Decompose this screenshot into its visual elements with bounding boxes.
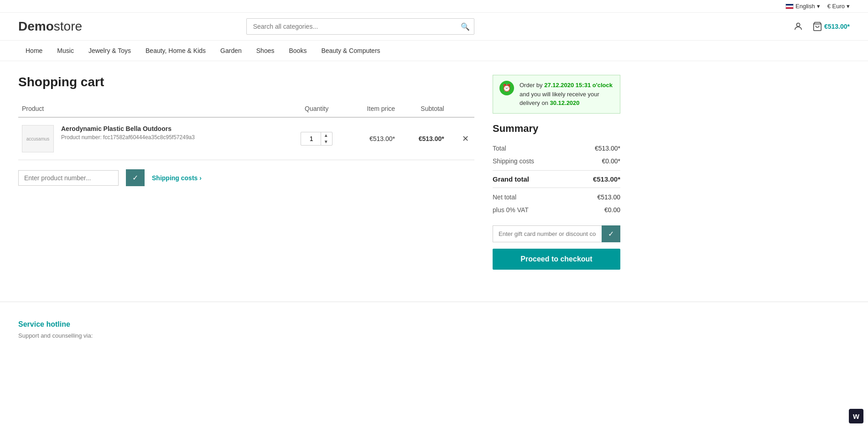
quantity-input-wrapper: ▲ ▼ — [301, 132, 333, 146]
nav-beauty-computers[interactable]: Beauty & Computers — [314, 41, 387, 61]
shipping-costs-link[interactable]: Shipping costs › — [152, 174, 202, 182]
svg-point-0 — [796, 23, 800, 26]
lang-chevron-icon: ▾ — [817, 3, 820, 10]
account-icon[interactable] — [793, 21, 803, 31]
language-label: English — [795, 3, 815, 10]
currency-label: € Euro — [827, 3, 845, 10]
summary-row-net: Net total €513.00 — [493, 191, 620, 204]
delivery-notice-pre: Order by — [520, 82, 544, 89]
col-item-price: Item price — [346, 100, 399, 117]
search-input[interactable] — [246, 18, 474, 35]
gift-card-input[interactable] — [493, 225, 602, 242]
cart-icon[interactable]: €513.00* — [812, 21, 850, 31]
shipping-costs-arrow-icon: › — [199, 174, 202, 182]
net-total-label: Net total — [493, 193, 516, 201]
nav-music[interactable]: Music — [50, 41, 81, 61]
gift-card-row: ✓ — [493, 225, 620, 242]
cart-actions: ✓ Shipping costs › — [18, 169, 474, 186]
vat-label: plus 0% VAT — [493, 206, 529, 214]
summary-row-total: Total €513.00* — [493, 142, 620, 155]
currency-chevron-icon: ▾ — [847, 3, 850, 10]
col-product: Product — [18, 100, 287, 117]
quantity-cell: ▲ ▼ — [287, 117, 346, 160]
search-button[interactable]: 🔍 — [456, 18, 474, 35]
product-number-display: Product number: fcc17582af60444ea35c8c95… — [61, 134, 195, 141]
nav-books[interactable]: Books — [281, 41, 314, 61]
subtotal-cell: €513.00* — [399, 117, 448, 160]
summary-box: Summary Total €513.00* Shipping costs €0… — [493, 123, 620, 270]
nav-beauty-home[interactable]: Beauty, Home & Kids — [138, 41, 213, 61]
cart-title: Shopping cart — [18, 75, 474, 89]
add-product-button[interactable]: ✓ — [126, 169, 145, 186]
shipping-costs-label: Shipping costs — [152, 174, 198, 182]
nav-garden[interactable]: Garden — [213, 41, 249, 61]
service-hotline-sub: Support and counselling via: — [18, 332, 850, 339]
header-actions: €513.00* — [793, 21, 850, 31]
product-number-input[interactable] — [18, 170, 119, 186]
col-subtotal: Subtotal — [399, 100, 448, 117]
product-number-value: fcc17582af60444ea35c8c95f57249a3 — [103, 134, 195, 141]
total-label: Total — [493, 145, 506, 152]
currency-selector[interactable]: € Euro ▾ — [827, 3, 850, 10]
item-price-cell: €513.00* — [346, 117, 399, 160]
header: Demostore 🔍 €513.00* — [0, 13, 868, 41]
product-image: accusamus — [22, 125, 54, 152]
shipping-value: €0.00* — [602, 157, 620, 165]
flag-icon — [785, 4, 794, 9]
product-info: accusamus Aerodynamic Plastic Bella Outd… — [22, 125, 284, 152]
top-bar: English ▾ € Euro ▾ — [0, 0, 868, 13]
main-content: Shopping cart Product Quantity Item pric… — [0, 61, 639, 283]
language-selector[interactable]: English ▾ — [785, 3, 820, 10]
footer: Service hotline Support and counselling … — [0, 302, 868, 348]
nav-shoes[interactable]: Shoes — [249, 41, 282, 61]
service-hotline-title: Service hotline — [18, 320, 850, 329]
summary-row-shipping: Shipping costs €0.00* — [493, 155, 620, 167]
product-img-placeholder: accusamus — [26, 136, 50, 141]
checkout-button[interactable]: Proceed to checkout — [493, 249, 620, 270]
cart-price: €513.00* — [824, 23, 850, 30]
main-nav: Home Music Jewelry & Toys Beauty, Home &… — [0, 41, 868, 61]
delivery-date2-bold: 30.12.2020 — [550, 99, 579, 106]
delivery-notice: ⏰ Order by 27.12.2020 15:31 o'clock and … — [493, 75, 620, 114]
summary-row-vat: plus 0% VAT €0.00 — [493, 204, 620, 216]
vat-value: €0.00 — [604, 206, 620, 214]
product-number-label: Product number: — [61, 134, 102, 141]
quantity-arrows: ▲ ▼ — [321, 132, 331, 145]
qty-down-button[interactable]: ▼ — [321, 139, 331, 145]
grand-total-label: Grand total — [493, 175, 529, 183]
remove-item-button[interactable]: ✕ — [460, 132, 471, 146]
shipping-label: Shipping costs — [493, 157, 534, 165]
search-bar: 🔍 — [246, 18, 474, 35]
summary-sidebar: ⏰ Order by 27.12.2020 15:31 o'clock and … — [493, 75, 620, 270]
table-row: accusamus Aerodynamic Plastic Bella Outd… — [18, 117, 474, 160]
logo-bold: Demo — [18, 19, 54, 33]
summary-row-grand-total: Grand total €513.00* — [493, 170, 620, 188]
logo-regular: store — [54, 19, 82, 33]
nav-home[interactable]: Home — [18, 41, 50, 61]
col-quantity: Quantity — [287, 100, 346, 117]
quantity-input[interactable] — [302, 132, 321, 145]
product-name: Aerodynamic Plastic Bella Outdoors — [61, 125, 195, 132]
net-total-value: €513.00 — [597, 193, 620, 201]
summary-title: Summary — [493, 123, 620, 135]
gift-card-button[interactable]: ✓ — [602, 225, 620, 242]
delivery-notice-text: Order by 27.12.2020 15:31 o'clock and yo… — [520, 81, 613, 108]
grand-total-value: €513.00* — [593, 175, 620, 183]
cart-table: Product Quantity Item price Subtotal acc… — [18, 100, 474, 160]
total-value: €513.00* — [595, 145, 620, 152]
nav-jewelry-toys[interactable]: Jewelry & Toys — [81, 41, 138, 61]
qty-up-button[interactable]: ▲ — [321, 132, 331, 139]
clock-icon: ⏰ — [499, 81, 514, 95]
delivery-date-bold: 27.12.2020 15:31 o'clock — [544, 82, 613, 89]
logo[interactable]: Demostore — [18, 19, 82, 34]
cart-section: Shopping cart Product Quantity Item pric… — [18, 75, 474, 270]
